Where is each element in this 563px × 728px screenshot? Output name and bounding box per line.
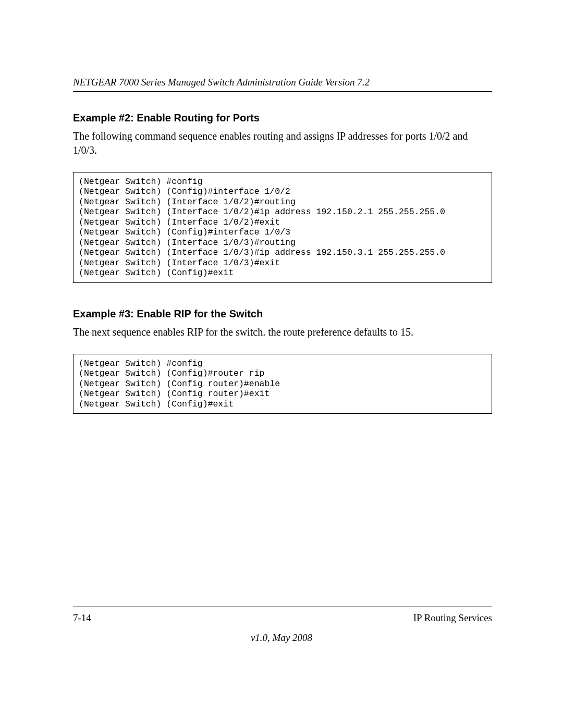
footer-line: 7-14 IP Routing Services	[73, 612, 492, 624]
footer: 7-14 IP Routing Services	[73, 607, 492, 624]
code-block-ex3: (Netgear Switch) #config (Netgear Switch…	[73, 354, 492, 414]
footer-rule	[73, 607, 492, 607]
section-heading-ex2: Example #2: Enable Routing for Ports	[73, 112, 492, 124]
code-block-ex2: (Netgear Switch) #config (Netgear Switch…	[73, 172, 492, 283]
page-number: 7-14	[73, 612, 91, 624]
section-heading-ex3: Example #3: Enable RIP for the Switch	[73, 308, 492, 320]
version-line: v1.0, May 2008	[0, 632, 563, 644]
section-para-ex3: The next sequence enables RIP for the sw…	[73, 325, 492, 339]
page: NETGEAR 7000 Series Managed Switch Admin…	[0, 0, 563, 728]
footer-section-title: IP Routing Services	[413, 612, 492, 624]
section-para-ex2: The following command sequence enables r…	[73, 129, 492, 157]
running-header: NETGEAR 7000 Series Managed Switch Admin…	[73, 77, 492, 92]
